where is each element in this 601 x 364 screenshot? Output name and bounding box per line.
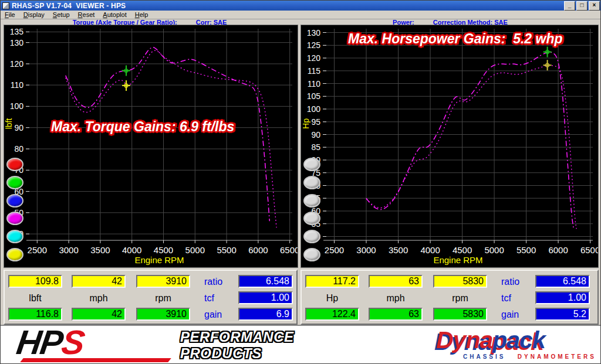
app-window: RHAS-SP V1.7-04 VIEWER - HPS _ □ × FileD… [0,0,601,364]
svg-text:110: 110 [11,80,24,90]
svg-text:100: 100 [10,101,24,111]
menu-setup[interactable]: Setup [49,11,74,18]
dynapack-subtitle: CHASSIS DYNAMOMETERS [463,353,596,360]
svg-text:135: 135 [10,27,24,36]
svg-text:90: 90 [311,130,320,140]
torque-tcf-value: 1.00 [238,291,293,304]
svg-text:130: 130 [307,28,321,38]
logo-strip: HPS PERFORMANCEPRODUCTS Dynapack CHASSIS… [1,325,601,364]
torque-cursor1-value: 109.8 [8,275,62,288]
power-chart-panel: 2500300035004000450050005500600065001301… [300,25,599,268]
svg-text:105: 105 [307,91,321,101]
svg-text:Engine RPM: Engine RPM [433,255,482,265]
svg-text:95: 95 [311,117,320,127]
power-y-axis-label: Hp [301,118,310,130]
tcf-label: tcf [501,293,511,304]
svg-text:100: 100 [307,104,321,114]
svg-text:110: 110 [308,79,321,89]
rpm-unit-label: rpm [136,293,190,304]
torque-ratio-value: 6.548 [238,275,293,288]
close-icon[interactable]: × [589,1,600,11]
svg-text:3000: 3000 [356,245,376,255]
plot-slot-button-2[interactable] [303,176,320,189]
menu-bar: FileDisplaySetupResetAutoplotHelp [1,11,601,19]
tcf-label: tcf [204,293,214,304]
power-cursor1-value: 117.2 [305,275,359,288]
menu-autoplot[interactable]: Autoplot [99,11,130,18]
menu-file[interactable]: File [1,11,19,18]
power-gains-annotation: Max. Horsepower Gains: 5.2 whp [348,31,563,47]
svg-text:6000: 6000 [548,245,568,255]
svg-text:90: 90 [14,123,23,132]
svg-text:5500: 5500 [516,245,536,255]
power-gain-value: 5.2 [535,308,590,321]
svg-text:130: 130 [10,38,24,47]
torque-y-axis-label: lbft [4,118,13,130]
app-icon [2,2,9,9]
plot-slot-button-3[interactable] [303,194,320,207]
svg-text:3000: 3000 [59,245,78,255]
plot-slot-button-2[interactable] [6,176,23,189]
torque-gain-value: 6.9 [238,308,293,321]
menu-help[interactable]: Help [131,11,153,18]
torque-data-panel: 109.8 42 3910 lbft mph rpm 116.8 42 3910… [4,270,298,325]
plot-slot-button-6[interactable] [6,248,23,261]
svg-text:4500: 4500 [154,245,173,255]
svg-text:5000: 5000 [185,245,205,255]
power-data-panel: 117.2 63 5830 Hp mph rpm 122.4 63 5830 r… [300,270,599,325]
plot-slot-button-1[interactable] [6,158,23,171]
plot-slot-button-6[interactable] [303,248,320,261]
svg-text:125: 125 [307,40,321,50]
svg-text:5500: 5500 [217,245,236,255]
svg-text:6000: 6000 [248,245,268,255]
torque-cursor2-value: 116.8 [8,308,62,321]
torque-cursor1-rpm: 3910 [136,275,190,288]
restore-icon[interactable]: □ [576,1,588,11]
torque-unit-label: lbft [8,293,62,304]
power-cursor2-value: 122.4 [305,308,359,321]
svg-text:115: 115 [308,66,321,76]
hps-performance-products-text: PERFORMANCEPRODUCTS [180,329,294,362]
torque-gains-annotation: Max. Torque Gains: 6.9 ft/lbs [51,119,234,135]
svg-text:4500: 4500 [453,245,472,255]
title-bar: RHAS-SP V1.7-04 VIEWER - HPS _ □ × [1,1,601,11]
svg-text:2500: 2500 [325,245,344,255]
baseline-torque-curve [66,50,276,227]
svg-text:3500: 3500 [389,245,408,255]
svg-text:120: 120 [307,53,321,63]
torque-cursor2-mph: 42 [72,308,126,321]
window-title: RHAS-SP V1.7-04 VIEWER - HPS [12,2,126,10]
svg-text:85: 85 [311,142,320,152]
gain-label: gain [204,309,222,320]
svg-text:5000: 5000 [484,245,504,255]
svg-text:3500: 3500 [90,245,110,255]
gain-label: gain [501,309,519,320]
minimize-icon[interactable]: _ [564,1,575,11]
svg-text:80: 80 [14,144,23,154]
svg-text:6500: 6500 [580,245,598,255]
hps-logo: HPS [14,322,86,362]
dynapack-logo: Dynapack [436,328,545,352]
power-tcf-value: 1.00 [535,291,590,304]
mph-unit-label: mph [72,293,126,304]
power-cursor1-rpm: 5830 [433,275,487,288]
modified-power-curve [366,52,573,229]
torque-chart-plot[interactable]: 2500300035004000450050005500600065001351… [4,25,298,267]
torque-chart-panel: 2500300035004000450050005500600065001351… [4,25,298,268]
menu-reset[interactable]: Reset [74,11,99,18]
power-unit-label: Hp [305,293,359,304]
plot-slot-button-1[interactable] [303,158,320,171]
power-cursor1-mph: 63 [369,275,423,288]
svg-text:4000: 4000 [122,245,141,255]
power-chart-plot[interactable]: 2500300035004000450050005500600065001301… [301,25,598,267]
torque-cursor2-rpm: 3910 [136,308,190,321]
menu-display[interactable]: Display [19,11,49,18]
plot-slot-button-3[interactable] [6,194,23,207]
power-cursor2-rpm: 5830 [433,308,487,321]
ratio-label: ratio [501,277,519,287]
rpm-unit-label: rpm [433,293,487,304]
hps-logo-swoosh [20,358,171,362]
power-ratio-value: 6.548 [535,275,590,288]
mph-unit-label: mph [369,293,423,304]
ratio-label: ratio [204,277,222,287]
